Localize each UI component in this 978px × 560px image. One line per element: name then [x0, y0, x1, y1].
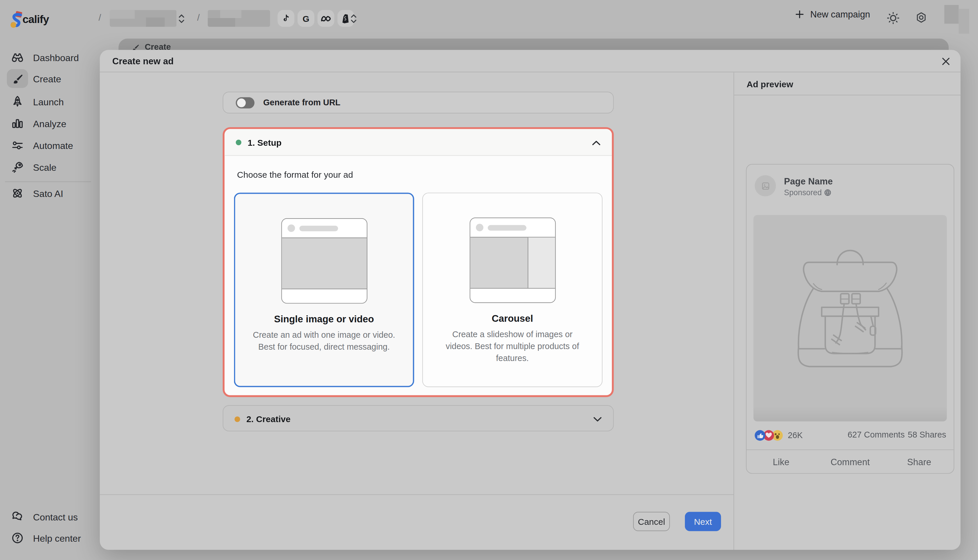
- like-button[interactable]: Like: [747, 450, 816, 473]
- rocket-flying-icon: [10, 160, 24, 174]
- format-card-carousel[interactable]: Carousel Create a slideshow of images or…: [422, 193, 602, 387]
- ad-media-placeholder: [754, 215, 947, 421]
- setup-section-header[interactable]: 1. Setup: [224, 129, 612, 156]
- atom-icon: [10, 187, 24, 200]
- binoculars-icon: [10, 51, 24, 64]
- shares-count: 58 Shares: [908, 430, 946, 440]
- creative-step-label: 2. Creative: [246, 414, 290, 424]
- cancel-button[interactable]: Cancel: [633, 512, 670, 531]
- sidebar-item-launch[interactable]: Launch: [0, 91, 100, 112]
- logo-wordmark: calify: [22, 13, 49, 26]
- setup-section: 1. Setup Choose the format for your ad S…: [223, 127, 614, 397]
- globe-icon: [824, 189, 832, 197]
- reactions-count: 26K: [788, 430, 803, 440]
- sliders-icon: [10, 138, 24, 152]
- rocket-icon: [10, 95, 24, 108]
- sidebar-item-scale[interactable]: Scale: [0, 157, 100, 178]
- comment-button[interactable]: Comment: [816, 450, 885, 473]
- page-avatar: [755, 175, 776, 197]
- mock-avatar: [287, 224, 295, 232]
- ad-actions-row: Like Comment Share: [747, 450, 953, 473]
- format-card-single-image[interactable]: Single image or video Create an ad with …: [234, 193, 414, 387]
- media-bottom-shade: [754, 407, 947, 421]
- mock-avatar: [476, 224, 483, 231]
- chevron-up-icon[interactable]: [592, 140, 601, 146]
- mock-image-area: [282, 237, 366, 289]
- sponsored-label: Sponsored: [784, 188, 832, 197]
- sidebar-item-dashboard[interactable]: Dashboard: [0, 47, 100, 68]
- ad-preview-pane: Ad preview Page Name Sponsored: [733, 72, 961, 550]
- breadcrumb-separator: /: [98, 12, 101, 22]
- format-title: Single image or video: [235, 313, 413, 325]
- creative-section-header[interactable]: 2. Creative: [223, 405, 614, 432]
- avatar[interactable]: [944, 4, 969, 34]
- gear-icon[interactable]: [914, 11, 928, 25]
- step-status-dot-amber: [235, 416, 240, 422]
- comments-count: 627 Comments: [848, 430, 905, 440]
- new-campaign-button[interactable]: New campaign: [794, 9, 870, 19]
- setup-step-label: 1. Setup: [248, 138, 282, 148]
- reactions-row: 26K: [755, 428, 803, 442]
- breadcrumb-separator-2: /: [197, 12, 200, 22]
- modal-title: Create new ad: [112, 56, 174, 66]
- next-button[interactable]: Next: [685, 512, 721, 531]
- sidebar-item-automate[interactable]: Automate: [0, 135, 100, 156]
- google-icon[interactable]: G: [297, 10, 314, 27]
- ad-preview-title: Ad preview: [747, 79, 793, 89]
- carousel-mockup: [469, 218, 556, 303]
- backpack-line-art: [791, 232, 909, 382]
- share-button[interactable]: Share: [885, 450, 953, 473]
- redacted-workspace-name[interactable]: [110, 10, 176, 27]
- format-title: Carousel: [423, 313, 602, 324]
- generate-from-url-row[interactable]: Generate from URL: [223, 92, 614, 113]
- chevron-down-icon[interactable]: [593, 416, 602, 422]
- meta-icon[interactable]: [317, 10, 334, 27]
- ad-preview-header: Ad preview: [734, 72, 961, 95]
- redacted-account-name[interactable]: [208, 10, 270, 27]
- app-screen: calify / / G: [0, 0, 978, 560]
- new-campaign-label: New campaign: [810, 9, 870, 19]
- scalify-logo[interactable]: calify: [9, 10, 49, 28]
- ad-preview-card: Page Name Sponsored: [746, 164, 955, 474]
- mock-title-bar: [299, 226, 338, 231]
- sidebar-divider: [5, 182, 91, 182]
- engagement-stats: 627 Comments 58 Shares: [848, 430, 946, 440]
- bar-chart-icon: [10, 117, 24, 130]
- generate-from-url-label: Generate from URL: [263, 98, 340, 107]
- scalify-s-icon: [9, 10, 24, 28]
- create-new-ad-modal: Create new ad Generate from URL 1. Setup…: [100, 50, 961, 550]
- mock-image-area: [470, 237, 555, 288]
- mock-title-bar: [487, 225, 526, 231]
- generate-from-url-toggle[interactable]: [236, 97, 254, 108]
- paintbrush-icon: [7, 69, 28, 88]
- sidebar-item-contact-us[interactable]: Contact us: [0, 506, 100, 527]
- platform-chip-row: G: [278, 10, 354, 27]
- breadcrumb-switcher-icon[interactable]: [178, 13, 185, 25]
- plus-icon: [794, 9, 804, 19]
- close-icon[interactable]: [939, 54, 952, 68]
- sidebar-item-create[interactable]: Create: [0, 67, 100, 90]
- modal-header: Create new ad: [100, 50, 961, 72]
- single-image-mockup: [281, 218, 367, 304]
- sidebar: Dashboard Create Launch: [0, 38, 100, 560]
- thumbs-up-icon: [755, 430, 765, 440]
- sun-icon[interactable]: [886, 11, 900, 25]
- page-name: Page Name: [784, 176, 833, 186]
- chat-bubbles-icon: [10, 510, 24, 523]
- format-description: Create a slideshow of images or videos. …: [438, 328, 586, 364]
- tiktok-icon[interactable]: [278, 10, 295, 27]
- mock-next-slide: [528, 237, 555, 288]
- sidebar-item-analyze[interactable]: Analyze: [0, 113, 100, 134]
- format-prompt: Choose the format for your ad: [237, 170, 353, 180]
- sidebar-item-sato-ai[interactable]: Sato AI: [0, 183, 100, 204]
- format-description: Create an ad with one image or video. Be…: [250, 329, 397, 353]
- sidebar-item-help-center[interactable]: Help center: [0, 527, 100, 549]
- platform-switcher-icon[interactable]: [350, 13, 357, 25]
- setup-section-body: Choose the format for your ad Single ima…: [224, 156, 612, 397]
- top-bar: calify / / G: [0, 0, 978, 38]
- modal-footer-divider: [100, 494, 733, 495]
- step-status-dot-green: [236, 140, 241, 145]
- question-circle-icon: [10, 531, 24, 545]
